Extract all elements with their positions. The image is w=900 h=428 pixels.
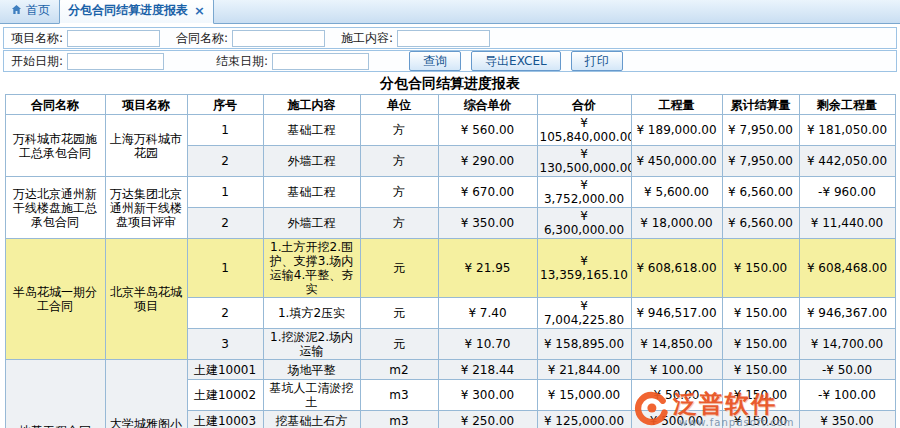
content-cell: 基坑人工清淤挖土 [263, 380, 360, 411]
unit-cell: 方 [360, 208, 438, 239]
settled-cell: ¥ 150.00 [722, 298, 799, 329]
export-excel-button[interactable]: 导出EXCEL [471, 51, 561, 71]
col-remaining: 剩余工程量 [799, 95, 895, 115]
end-date-label: 结束日期: [216, 53, 268, 70]
start-date-label: 开始日期: [11, 53, 63, 70]
quantity-cell: ¥ 5,600.00 [631, 177, 722, 208]
settled-cell: ¥ 150.00 [722, 360, 799, 380]
unit-price-cell: ¥ 21.95 [438, 239, 537, 298]
tab-home-label: 首页 [26, 2, 50, 19]
total-cell: ¥ 3,752,000.00 [537, 177, 631, 208]
print-button[interactable]: 打印 [571, 51, 623, 71]
unit-price-cell: ¥ 560.00 [438, 115, 537, 146]
quantity-cell: ¥ 189,000.00 [631, 115, 722, 146]
total-cell: ¥ 15,000.00 [537, 380, 631, 411]
total-cell: ¥ 158,895.00 [537, 329, 631, 360]
tab-home[interactable]: 首页 [5, 0, 59, 23]
quantity-cell: ¥ 500.00 [631, 411, 722, 428]
construction-content-label: 施工内容: [341, 30, 393, 47]
unit-price-cell: ¥ 250.00 [438, 411, 537, 428]
total-cell: ¥ 13,359,165.10 [537, 239, 631, 298]
total-cell: ¥ 7,004,225.80 [537, 298, 631, 329]
unit-cell: m2 [360, 360, 438, 380]
settled-cell: ¥ 7,950.00 [722, 146, 799, 177]
seq-cell: 1 [187, 239, 263, 298]
unit-price-cell: ¥ 670.00 [438, 177, 537, 208]
tab-report[interactable]: 分包合同结算进度报表 × [59, 0, 214, 24]
remaining-cell: ¥ 181,050.00 [799, 115, 895, 146]
seq-cell: 2 [187, 146, 263, 177]
total-cell: ¥ 125,000.00 [537, 411, 631, 428]
remaining-cell: ¥ 946,367.00 [799, 298, 895, 329]
app-window: 首页 分包合同结算进度报表 × 项目名称: 合同名称: 施工内容: 开始日期: [0, 0, 900, 428]
total-cell: ¥ 130,500,000.00 [537, 146, 631, 177]
remaining-cell: -¥ 100.00 [799, 380, 895, 411]
content-cell: 1.土方开挖2.围护、支撑3.场内运输4.平整、夯实 [263, 239, 360, 298]
content-cell: 外墙工程 [263, 146, 360, 177]
unit-price-cell: ¥ 300.00 [438, 380, 537, 411]
contract-name-input[interactable] [232, 30, 325, 47]
settled-cell: ¥ 150.00 [722, 239, 799, 298]
close-icon[interactable]: × [194, 5, 205, 17]
total-cell: ¥ 105,840,000.00 [537, 115, 631, 146]
seq-cell: 土建10001 [187, 360, 263, 380]
project-name-input[interactable] [67, 30, 160, 47]
contract-cell: 万科城市花园施工总承包合同 [5, 115, 105, 177]
filter-row-1: 项目名称: 合同名称: 施工内容: [3, 27, 897, 49]
col-total: 合价 [537, 95, 631, 115]
unit-price-cell: ¥ 218.44 [438, 360, 537, 380]
table-row-selected[interactable]: 半岛花城一期分工合同 北京半岛花城项目 1 1.土方开挖2.围护、支撑3.场内运… [5, 239, 895, 298]
total-cell: ¥ 21,844.00 [537, 360, 631, 380]
tab-bar: 首页 分包合同结算进度报表 × [0, 0, 900, 24]
filter-row-2: 开始日期: 结束日期: 查询 导出EXCEL 打印 [3, 50, 897, 72]
quantity-cell: ¥ 946,517.00 [631, 298, 722, 329]
report-table: 合同名称 项目名称 序号 施工内容 单位 综合单价 合价 工程量 累计结算量 剩… [5, 94, 896, 428]
table-row[interactable]: 万科城市花园施工总承包合同 上海万科城市花园 1 基础工程 方 ¥ 560.00… [5, 115, 895, 146]
start-date-input[interactable] [67, 53, 164, 70]
unit-cell: 元 [360, 329, 438, 360]
project-cell: 万达集团北京通州新干线楼盘项目评审 [105, 177, 187, 239]
col-project: 项目名称 [105, 95, 187, 115]
settled-cell: ¥ 6,560.00 [722, 208, 799, 239]
project-cell: 大学城雅阁小区 [105, 360, 187, 428]
filter-buttons: 查询 导出EXCEL 打印 [409, 51, 623, 71]
table-row[interactable]: 万达北京通州新干线楼盘施工总承包合同 万达集团北京通州新干线楼盘项目评审 1 基… [5, 177, 895, 208]
content-cell: 1.挖淤泥2.场内运输 [263, 329, 360, 360]
remaining-cell: ¥ 11,440.00 [799, 208, 895, 239]
tab-report-label: 分包合同结算进度报表 [68, 2, 188, 19]
query-button[interactable]: 查询 [409, 51, 461, 71]
remaining-cell: ¥ 350.00 [799, 411, 895, 428]
quantity-cell: ¥ 14,850.00 [631, 329, 722, 360]
quantity-cell: ¥ 18,000.00 [631, 208, 722, 239]
settled-cell: ¥ 150.00 [722, 380, 799, 411]
content-cell: 外墙工程 [263, 208, 360, 239]
content-cell: 基础工程 [263, 177, 360, 208]
seq-cell: 1 [187, 115, 263, 146]
content-cell: 挖基础土石方 [263, 411, 360, 428]
project-cell: 北京半岛花城项目 [105, 239, 187, 360]
end-date-field: 结束日期: [216, 53, 369, 70]
contract-cell: 半岛花城一期分工合同 [5, 239, 105, 360]
settled-cell: ¥ 150.00 [722, 329, 799, 360]
col-quantity: 工程量 [631, 95, 722, 115]
col-unit: 单位 [360, 95, 438, 115]
seq-cell: 2 [187, 208, 263, 239]
construction-content-field: 施工内容: [341, 30, 490, 47]
construction-content-input[interactable] [397, 30, 490, 47]
unit-cell: 方 [360, 115, 438, 146]
project-name-field: 项目名称: [11, 30, 160, 47]
unit-cell: 方 [360, 177, 438, 208]
end-date-input[interactable] [272, 53, 369, 70]
content-panel: 项目名称: 合同名称: 施工内容: 开始日期: 结束日期: 查询 [0, 24, 900, 428]
project-name-label: 项目名称: [11, 30, 63, 47]
home-icon [11, 4, 22, 18]
unit-cell: 方 [360, 146, 438, 177]
content-cell: 场地平整 [263, 360, 360, 380]
remaining-cell: -¥ 960.00 [799, 177, 895, 208]
unit-cell: m3 [360, 380, 438, 411]
table-row[interactable]: 地基工程合同 大学城雅阁小区 土建10001 场地平整 m2 ¥ 218.44 … [5, 360, 895, 380]
unit-cell: 元 [360, 298, 438, 329]
col-contract: 合同名称 [5, 95, 105, 115]
remaining-cell: ¥ 442,050.00 [799, 146, 895, 177]
start-date-field: 开始日期: [11, 53, 164, 70]
